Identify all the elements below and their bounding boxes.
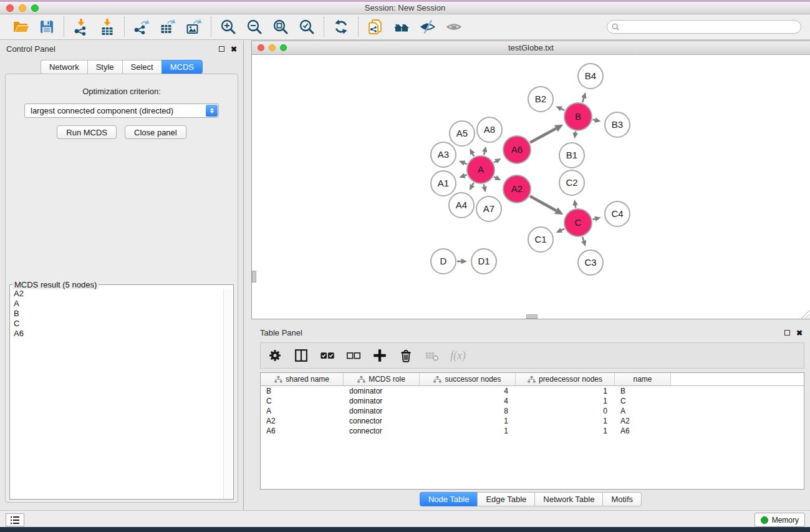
edge-A2-C[interactable] <box>530 196 556 211</box>
table-row[interactable]: A2connector11A2 <box>261 416 804 426</box>
result-list-item[interactable]: B <box>11 309 224 319</box>
result-list-scrollbar[interactable] <box>223 289 233 498</box>
home-layout-icon[interactable] <box>392 17 411 36</box>
network-window-title: testGlobe.txt <box>508 43 554 52</box>
duplicate-network-icon[interactable] <box>366 17 385 36</box>
tab-mcds[interactable]: MCDS <box>162 60 203 74</box>
run-mcds-button[interactable]: Run MCDS <box>57 125 117 139</box>
table-row[interactable]: Adominator80A <box>261 406 804 416</box>
hierarchy-icon <box>357 376 365 383</box>
node-label-D: D <box>440 256 447 266</box>
column-settings-icon[interactable] <box>293 347 309 364</box>
edge-C-C4[interactable] <box>592 219 595 220</box>
zoom-window-button[interactable] <box>31 4 39 12</box>
column-header-predecessor-nodes[interactable]: predecessor nodes <box>516 373 615 385</box>
node-label-A8: A8 <box>484 124 495 135</box>
close-panel-icon[interactable]: ✖ <box>231 46 237 52</box>
show-graphics-details-icon[interactable] <box>445 17 463 36</box>
table-cell: B <box>261 386 344 396</box>
edge-A-A2[interactable] <box>494 177 496 178</box>
import-network-icon[interactable] <box>72 17 90 36</box>
edge-B-B3[interactable] <box>593 120 595 120</box>
column-header-MCDS-role[interactable]: MCDS role <box>344 373 420 385</box>
horizontal-scrollbar-thumb[interactable] <box>526 314 538 319</box>
export-image-icon[interactable] <box>185 17 203 36</box>
zoom-in-icon[interactable] <box>219 17 238 36</box>
network-zoom-button[interactable] <box>280 44 287 51</box>
network-view-window: testGlobe.txt B4B2BB3A8A5A6A3B1AA1C2A2A4… <box>251 41 810 319</box>
result-list-item[interactable]: A2 <box>11 289 224 299</box>
tab-node-table[interactable]: Node Table <box>420 492 478 506</box>
delete-column-icon[interactable] <box>424 347 440 364</box>
network-minimize-button[interactable] <box>269 44 276 51</box>
network-canvas[interactable]: B4B2BB3A8A5A6A3B1AA1C2A2A4A7C4CC1C3DD1 <box>252 55 810 319</box>
hierarchy-icon <box>433 376 441 383</box>
optimization-criterion-select[interactable]: largest connected component (directed) <box>24 104 219 118</box>
task-history-button[interactable] <box>6 513 24 526</box>
table-cell: C <box>615 396 671 406</box>
import-table-icon[interactable] <box>98 17 117 36</box>
edge-arrowhead <box>594 117 600 122</box>
network-window-titlebar: testGlobe.txt <box>252 41 810 55</box>
column-header-successor-nodes[interactable]: successor nodes <box>420 373 516 385</box>
edge-A-A6[interactable] <box>494 162 496 163</box>
zoom-fit-icon[interactable] <box>271 17 290 36</box>
memory-button[interactable]: Memory <box>755 513 805 527</box>
memory-label: Memory <box>772 516 799 525</box>
minimize-window-button[interactable] <box>19 4 26 12</box>
tab-network-table[interactable]: Network Table <box>534 492 602 506</box>
edge-B-B4[interactable] <box>582 98 584 102</box>
table-row[interactable]: Bdominator41B <box>261 386 804 396</box>
control-panel-title: Control Panel <box>6 44 219 54</box>
result-list-item[interactable]: C <box>11 319 224 329</box>
edge-A-A1[interactable] <box>465 175 466 175</box>
close-window-button[interactable] <box>6 4 14 12</box>
refresh-view-icon[interactable] <box>332 17 350 36</box>
edge-A6-B[interactable] <box>530 128 556 143</box>
export-table-icon[interactable] <box>158 17 177 36</box>
tab-network[interactable]: Network <box>41 60 87 74</box>
table-row[interactable]: A6connector11A6 <box>261 426 804 436</box>
export-network-icon[interactable] <box>132 17 151 36</box>
close-table-panel-icon[interactable]: ✖ <box>796 330 803 336</box>
edge-A-A7[interactable] <box>484 185 485 187</box>
edge-A-A4[interactable] <box>472 183 473 185</box>
open-session-icon[interactable] <box>11 17 30 36</box>
result-list-item[interactable]: A6 <box>11 329 224 339</box>
delete-icon[interactable] <box>398 347 414 364</box>
edge-C-C2[interactable] <box>576 205 576 208</box>
save-session-icon[interactable] <box>37 17 56 36</box>
add-row-icon[interactable] <box>372 347 388 364</box>
float-panel-icon[interactable] <box>219 46 224 52</box>
node-label-C2: C2 <box>566 177 577 188</box>
edge-A-A8[interactable] <box>484 152 485 155</box>
edge-A-A3[interactable] <box>465 163 467 165</box>
network-window-controls <box>258 44 287 51</box>
search-input[interactable] <box>623 22 796 32</box>
unselect-all-icon[interactable] <box>345 347 362 364</box>
close-panel-button[interactable]: Close panel <box>125 125 186 139</box>
hide-graphics-details-icon[interactable] <box>418 17 437 36</box>
tab-select[interactable]: Select <box>122 60 162 74</box>
edge-C-C1[interactable] <box>561 229 564 230</box>
column-header-name[interactable]: name <box>615 373 671 385</box>
network-close-button[interactable] <box>258 44 264 51</box>
table-row[interactable]: Cdominator41C <box>261 396 804 406</box>
tab-style[interactable]: Style <box>87 60 122 74</box>
result-list-item[interactable]: A <box>11 299 224 309</box>
node-label-A6: A6 <box>511 144 523 155</box>
edge-A-A5[interactable] <box>473 153 474 156</box>
gear-icon[interactable] <box>267 347 283 364</box>
function-builder-icon[interactable]: f(x) <box>450 349 466 362</box>
edge-C-C3[interactable] <box>582 237 584 241</box>
column-header-shared-name[interactable]: shared name <box>261 373 344 385</box>
tab-edge-table[interactable]: Edge Table <box>477 492 534 506</box>
toolbar-search-field[interactable] <box>607 20 801 34</box>
vertical-scrollbar-thumb[interactable] <box>252 271 256 283</box>
edge-B-B2[interactable] <box>561 109 564 110</box>
select-all-icon[interactable] <box>319 347 335 364</box>
float-table-panel-icon[interactable] <box>784 330 790 336</box>
tab-motifs[interactable]: Motifs <box>602 492 642 506</box>
zoom-selected-icon[interactable] <box>297 17 316 36</box>
zoom-out-icon[interactable] <box>245 17 264 36</box>
